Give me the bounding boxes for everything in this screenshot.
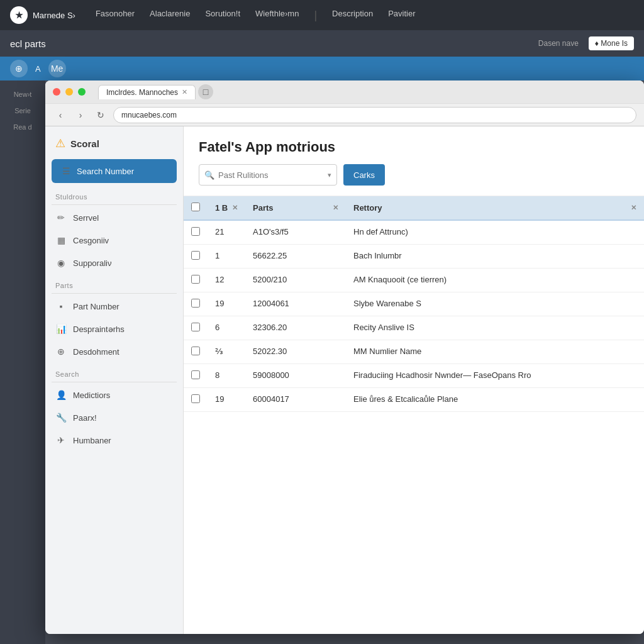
search-input[interactable] bbox=[218, 170, 324, 180]
sidebar-item-part-number[interactable]: ▪ Part Number bbox=[45, 295, 183, 318]
sidebar-item-serrvel[interactable]: ✏ Serrvel bbox=[45, 206, 183, 229]
tab-close-icon[interactable]: ✕ bbox=[182, 88, 187, 96]
new-tab-button[interactable]: □ bbox=[198, 84, 213, 99]
row-num-0: 21 bbox=[208, 220, 245, 245]
nav-item-sorution[interactable]: Sorution!t bbox=[205, 9, 240, 22]
row-retory-4: Recity Anslive IS bbox=[346, 316, 644, 340]
app-content: ⚠ Scoral ☰ Search Number Stuldrous ✏ Ser… bbox=[45, 126, 644, 634]
tab-label: Imclrdes. Mannoches bbox=[106, 88, 178, 97]
header-retory-col: Rettory ✕ bbox=[346, 196, 644, 220]
cesgoniiv-label: Cesgoniiv bbox=[73, 236, 109, 245]
header-retory-label: Rettory bbox=[353, 203, 382, 213]
nav-item-fasonoher[interactable]: Fasonoher bbox=[96, 9, 135, 22]
row-checkbox-cell bbox=[184, 340, 208, 364]
search-number-label: Search Number bbox=[77, 167, 134, 176]
despraintərhs-icon: 📊 bbox=[55, 323, 67, 335]
sidebar-item-paarx[interactable]: 🔧 Paarx! bbox=[45, 406, 183, 429]
sidebar-item-supporaliν[interactable]: ◉ Supporaliν bbox=[45, 252, 183, 274]
dasen-nave-label: Dasen nave bbox=[538, 39, 579, 48]
sidebar-section-parts: Parts bbox=[45, 274, 183, 292]
table-row: 8 59008000 Firaduciing Hcadhosir Nwnder—… bbox=[184, 364, 644, 388]
table-row: 21 A1O's3/f5 Hn def Attrunc) bbox=[184, 220, 644, 245]
nav-item-wiefthle[interactable]: Wiefthle›mn bbox=[255, 9, 299, 22]
paarx-label: Paarx! bbox=[73, 413, 97, 423]
mercedes-icon: ★ bbox=[10, 6, 28, 24]
row-retory-6: Firaduciing Hcadhosir Nwnder— FaseOpans … bbox=[346, 364, 644, 388]
third-bar-label: A bbox=[35, 64, 41, 74]
mone-is-value[interactable]: ♦ Mone Is bbox=[589, 36, 634, 50]
address-text: mnucaebes.com bbox=[121, 111, 177, 119]
row-parts-1: 56622.25 bbox=[245, 245, 346, 269]
top-nav: Fasonoher Alaclarenie Sorution!t Wiefthl… bbox=[96, 9, 416, 22]
main-header: Fatel's App motrious 🔍 ▾ Carks bbox=[184, 126, 644, 196]
row-checkbox-cell bbox=[184, 269, 208, 292]
browser-tab[interactable]: Imclrdes. Mannoches ✕ bbox=[98, 85, 196, 99]
refresh-button[interactable]: ↻ bbox=[93, 108, 108, 123]
table-body: 21 A1O's3/f5 Hn def Attrunc) 1 56622.25 … bbox=[184, 220, 644, 412]
brand-name: Marnede S› bbox=[33, 11, 75, 20]
maximize-button[interactable] bbox=[78, 88, 86, 96]
supporaliν-label: Supporaliν bbox=[73, 258, 111, 268]
row-parts-2: 5200/210 bbox=[245, 269, 346, 292]
address-bar[interactable]: mnucaebes.com bbox=[113, 107, 636, 123]
search-dropdown[interactable]: 🔍 ▾ bbox=[199, 164, 337, 186]
me-tab[interactable]: Me bbox=[48, 60, 66, 77]
table-row: 1 56622.25 Bach Inlumbr bbox=[184, 245, 644, 269]
side-label-2: Rea d bbox=[11, 121, 34, 133]
header-parts-label: Parts bbox=[253, 203, 274, 213]
browser-window: Imclrdes. Mannoches ✕ □ ‹ › ↻ mnucaebes.… bbox=[45, 80, 644, 634]
nav-item-description[interactable]: Description bbox=[332, 9, 373, 22]
row-checkbox-cell bbox=[184, 245, 208, 269]
dropdown-arrow-icon[interactable]: ▾ bbox=[328, 171, 331, 179]
header-retory-close-icon[interactable]: ✕ bbox=[631, 204, 636, 212]
forward-button[interactable]: › bbox=[73, 108, 88, 123]
browser-nav-bar: ‹ › ↻ mnucaebes.com bbox=[45, 103, 644, 126]
row-checkbox-3[interactable] bbox=[191, 299, 200, 308]
sidebar-item-desdohment[interactable]: ⊕ Desdohment bbox=[45, 340, 183, 363]
medictiors-icon: 👤 bbox=[55, 389, 67, 401]
row-checkbox-1[interactable] bbox=[191, 251, 200, 260]
sidebar-item-cesgoniiv[interactable]: ▦ Cesgoniiv bbox=[45, 229, 183, 252]
search-number-active-item[interactable]: ☰ Search Number bbox=[52, 159, 177, 183]
desdohment-label: Desdohment bbox=[73, 347, 119, 357]
part-number-icon: ▪ bbox=[55, 301, 67, 312]
side-label-0: New›t bbox=[11, 88, 35, 101]
row-parts-7: 60004017 bbox=[245, 388, 346, 412]
header-parts-close-icon[interactable]: ✕ bbox=[333, 204, 338, 212]
row-checkbox-0[interactable] bbox=[191, 227, 200, 236]
row-checkbox-2[interactable] bbox=[191, 275, 200, 284]
header-num-close-icon[interactable]: ✕ bbox=[232, 204, 238, 212]
table-header: 1 B ✕ Parts ✕ bbox=[184, 196, 644, 220]
row-checkbox-7[interactable] bbox=[191, 394, 200, 403]
close-button[interactable] bbox=[53, 88, 60, 96]
nav-item-pavitier[interactable]: Pavitier bbox=[388, 9, 415, 22]
brand-logo: ★ Marnede S› bbox=[10, 6, 75, 24]
add-icon[interactable]: ⊕ bbox=[10, 60, 28, 77]
header-checkbox-col bbox=[184, 196, 208, 220]
row-num-3: 19 bbox=[208, 292, 245, 316]
sidebar-item-despraintərhs[interactable]: 📊 Despraintərhs bbox=[45, 318, 183, 340]
row-num-4: 6 bbox=[208, 316, 245, 340]
row-num-7: 19 bbox=[208, 388, 245, 412]
sidebar-section-stuldrous: Stuldrous bbox=[45, 186, 183, 203]
sidebar-item-humbaner[interactable]: ✈ Humbaner bbox=[45, 429, 183, 452]
desdohment-icon: ⊕ bbox=[55, 346, 67, 357]
divider-1 bbox=[52, 204, 177, 205]
carks-button[interactable]: Carks bbox=[343, 164, 385, 186]
main-title: Fatel's App motrious bbox=[199, 139, 629, 155]
sidebar-item-medictiors[interactable]: 👤 Medictiors bbox=[45, 384, 183, 406]
toolbar: 🔍 ▾ Carks bbox=[199, 164, 629, 186]
row-checkbox-5[interactable] bbox=[191, 347, 200, 355]
despraintərhs-label: Despraintərhs bbox=[73, 325, 125, 334]
row-checkbox-cell bbox=[184, 292, 208, 316]
nav-item-alaclarenie[interactable]: Alaclarenie bbox=[150, 9, 190, 22]
minimize-button[interactable] bbox=[65, 88, 73, 96]
row-checkbox-4[interactable] bbox=[191, 323, 200, 331]
back-button[interactable]: ‹ bbox=[53, 108, 68, 123]
row-parts-0: A1O's3/f5 bbox=[245, 220, 346, 245]
select-all-checkbox[interactable] bbox=[191, 203, 200, 211]
row-checkbox-6[interactable] bbox=[191, 370, 200, 379]
sidebar-header: ⚠ Scoral bbox=[45, 126, 183, 157]
nav-separator: | bbox=[314, 9, 317, 22]
part-number-label: Part Number bbox=[73, 302, 119, 311]
